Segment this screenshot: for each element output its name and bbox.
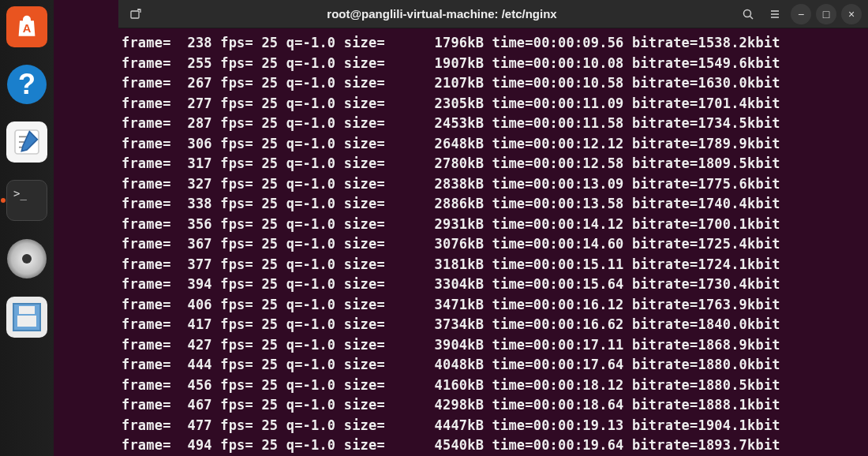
titlebar-left: [125, 3, 147, 25]
disc-icon: [7, 239, 47, 278]
dock-item-terminal[interactable]: >_: [6, 180, 47, 221]
maximize-icon: □: [823, 8, 829, 21]
terminal-line: frame= 427 fps= 25 q=-1.0 size= 3904kB t…: [122, 335, 865, 356]
notepad-icon: [11, 126, 43, 158]
dock-item-disk[interactable]: [6, 238, 47, 279]
terminal-line: frame= 267 fps= 25 q=-1.0 size= 2107kB t…: [122, 73, 865, 94]
minimize-button[interactable]: −: [791, 4, 811, 24]
terminal-line: frame= 394 fps= 25 q=-1.0 size= 3304kB t…: [122, 275, 865, 295]
terminal-line: frame= 444 fps= 25 q=-1.0 size= 4048kB t…: [122, 355, 865, 376]
terminal-line: frame= 467 fps= 25 q=-1.0 size= 4298kB t…: [122, 395, 865, 416]
close-button[interactable]: ×: [841, 4, 862, 24]
terminal-line: frame= 406 fps= 25 q=-1.0 size= 3471kB t…: [122, 295, 865, 316]
dock: A ? >_: [0, 0, 54, 456]
terminal-prompt-icon: >_: [13, 187, 27, 200]
search-button[interactable]: [737, 3, 759, 25]
titlebar-right: − □ ×: [737, 3, 862, 25]
terminal-line: frame= 255 fps= 25 q=-1.0 size= 1907kB t…: [122, 54, 865, 74]
terminal-line: frame= 417 fps= 25 q=-1.0 size= 3734kB t…: [122, 315, 865, 335]
terminal-line: frame= 494 fps= 25 q=-1.0 size= 4540kB t…: [122, 435, 865, 456]
maximize-button[interactable]: □: [816, 4, 836, 24]
active-indicator-icon: [1, 198, 6, 203]
minimize-icon: −: [798, 8, 804, 21]
svg-point-8: [744, 9, 751, 17]
svg-line-9: [750, 16, 754, 19]
shopping-bag-icon: A: [14, 14, 39, 39]
floppy-icon: [13, 303, 41, 331]
dock-item-software-center[interactable]: A: [6, 6, 47, 47]
close-icon: ×: [848, 8, 855, 21]
terminal-line: frame= 327 fps= 25 q=-1.0 size= 2838kB t…: [122, 174, 865, 195]
hamburger-icon: [769, 8, 781, 21]
terminal-line: frame= 287 fps= 25 q=-1.0 size= 2453kB t…: [122, 114, 865, 134]
dock-item-text-editor[interactable]: [6, 121, 47, 163]
dock-item-help[interactable]: ?: [7, 65, 47, 104]
svg-text:A: A: [23, 22, 32, 35]
new-tab-button[interactable]: [125, 3, 147, 25]
terminal-line: frame= 277 fps= 25 q=-1.0 size= 2305kB t…: [122, 94, 865, 114]
terminal-line: frame= 238 fps= 25 q=-1.0 size= 1796kB t…: [122, 33, 865, 54]
window-title: root@panglili-virtual-machine: /etc/ngin…: [153, 7, 731, 21]
terminal-line: frame= 367 fps= 25 q=-1.0 size= 3076kB t…: [122, 234, 865, 255]
terminal-line: frame= 306 fps= 25 q=-1.0 size= 2648kB t…: [122, 134, 865, 155]
new-tab-icon: [129, 8, 142, 21]
help-icon: ?: [18, 68, 36, 101]
terminal-line: frame= 317 fps= 25 q=-1.0 size= 2780kB t…: [122, 154, 865, 174]
terminal-line: frame= 377 fps= 25 q=-1.0 size= 3181kB t…: [122, 255, 865, 275]
titlebar: root@panglili-virtual-machine: /etc/ngin…: [118, 0, 868, 28]
terminal-window: root@panglili-virtual-machine: /etc/ngin…: [118, 0, 868, 456]
menu-button[interactable]: [764, 3, 786, 25]
search-icon: [742, 8, 754, 21]
terminal-line: frame= 356 fps= 25 q=-1.0 size= 2931kB t…: [122, 215, 865, 235]
terminal-output[interactable]: frame= 238 fps= 25 q=-1.0 size= 1796kB t…: [118, 28, 868, 456]
terminal-line: frame= 477 fps= 25 q=-1.0 size= 4447kB t…: [122, 416, 865, 436]
terminal-line: frame= 456 fps= 25 q=-1.0 size= 4160kB t…: [122, 376, 865, 396]
svg-rect-5: [131, 11, 139, 18]
terminal-line: frame= 338 fps= 25 q=-1.0 size= 2886kB t…: [122, 194, 865, 215]
dock-item-save[interactable]: [6, 297, 47, 338]
